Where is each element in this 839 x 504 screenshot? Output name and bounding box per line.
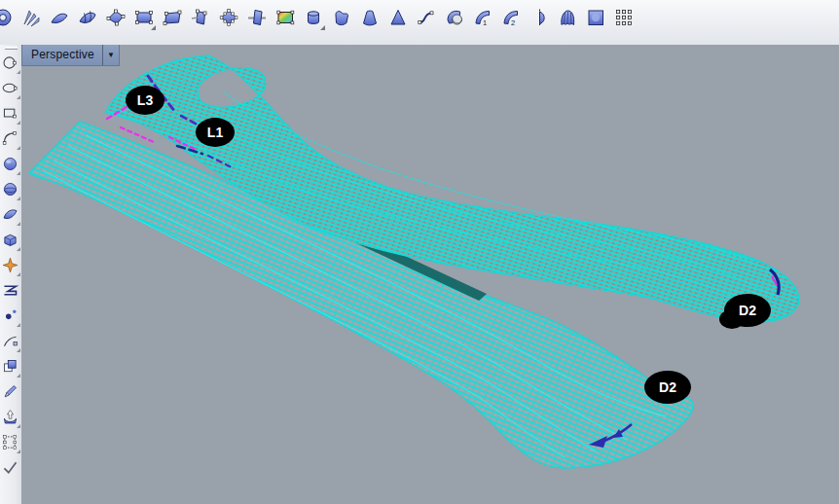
label-L3-text: L3 — [137, 92, 154, 108]
explode-icon[interactable] — [1, 256, 20, 276]
surface-toolbar-icon-row — [0, 0, 839, 32]
copy-icon[interactable] — [1, 357, 20, 378]
bottom-ski-surface[interactable] — [29, 122, 693, 468]
viewport-title[interactable]: Perspective — [22, 45, 102, 65]
ellipsoid-icon[interactable] — [1, 180, 20, 200]
surface-from-3-curves-icon[interactable] — [48, 6, 71, 30]
picture-frame-icon[interactable] — [274, 6, 297, 30]
point-icon[interactable] — [1, 306, 20, 327]
rectangular-plane-icon[interactable] — [132, 6, 156, 30]
vertical-plane-icon[interactable] — [189, 6, 212, 30]
extrude-tapered-icon[interactable] — [358, 6, 382, 30]
cutting-plane-icon[interactable] — [245, 6, 269, 30]
viewport-canvas[interactable]: L3 L1 D2 D2 — [21, 45, 839, 504]
control-points-grid-icon[interactable] — [1, 433, 20, 453]
extrude-straight-icon[interactable] — [302, 6, 325, 30]
label-L1-text: L1 — [207, 125, 224, 140]
arc-icon[interactable] — [1, 129, 20, 150]
surface-from-curve-and-sphere-icon[interactable] — [443, 6, 466, 30]
sketch-icon[interactable] — [1, 382, 20, 403]
viewport-title-tab[interactable]: Perspective ▼ — [21, 45, 120, 66]
dimension-icon[interactable] — [1, 332, 20, 352]
left-tool-sidebar — [0, 45, 22, 504]
label-D2-bottom-board[interactable]: D2 — [644, 371, 691, 404]
torus-icon[interactable] — [0, 6, 15, 30]
ellipse-icon[interactable] — [1, 79, 20, 99]
move-up-icon[interactable] — [1, 408, 20, 428]
label-L1[interactable]: L1 — [196, 118, 235, 147]
sweep-1-rail-icon[interactable] — [471, 6, 494, 30]
sidebar-icon-column — [1, 54, 20, 484]
rectangle-icon[interactable] — [1, 104, 20, 125]
curve-with-handles-icon[interactable] — [415, 6, 438, 30]
sweep-2-rails-icon[interactable] — [499, 6, 523, 30]
patch-icon[interactable] — [584, 6, 607, 30]
deformable-plane-icon[interactable] — [161, 6, 184, 30]
extrude-along-curve-icon[interactable] — [330, 6, 353, 30]
revolve-icon[interactable] — [528, 6, 551, 30]
perspective-viewport[interactable]: L3 L1 D2 D2 Perspective ▼ — [21, 45, 839, 504]
freeform-surface-icon[interactable] — [1, 205, 20, 226]
extrude-to-point-icon[interactable] — [386, 6, 410, 30]
toolbar-grip-handle[interactable] — [5, 47, 18, 50]
label-D2a-text: D2 — [739, 303, 756, 318]
surface-from-corner-points-icon[interactable] — [104, 6, 128, 30]
surface-rays-icon[interactable] — [19, 6, 43, 30]
label-L3[interactable]: L3 — [126, 86, 164, 115]
rail-revolve-icon[interactable] — [556, 6, 579, 30]
sphere-icon[interactable] — [1, 155, 20, 175]
surface-from-points-grid-icon[interactable] — [217, 6, 240, 30]
circle-icon[interactable] — [1, 54, 20, 74]
box-icon[interactable] — [1, 231, 20, 251]
label-D2b-text: D2 — [659, 379, 676, 395]
make-2d-icon[interactable] — [1, 281, 20, 302]
top-toolbar — [0, 0, 839, 46]
surface-from-edge-curves-icon[interactable] — [76, 6, 99, 30]
viewport-menu-chevron-icon[interactable]: ▼ — [102, 45, 119, 65]
drape-point-grid-icon[interactable] — [612, 6, 636, 30]
check-icon[interactable] — [1, 458, 20, 479]
